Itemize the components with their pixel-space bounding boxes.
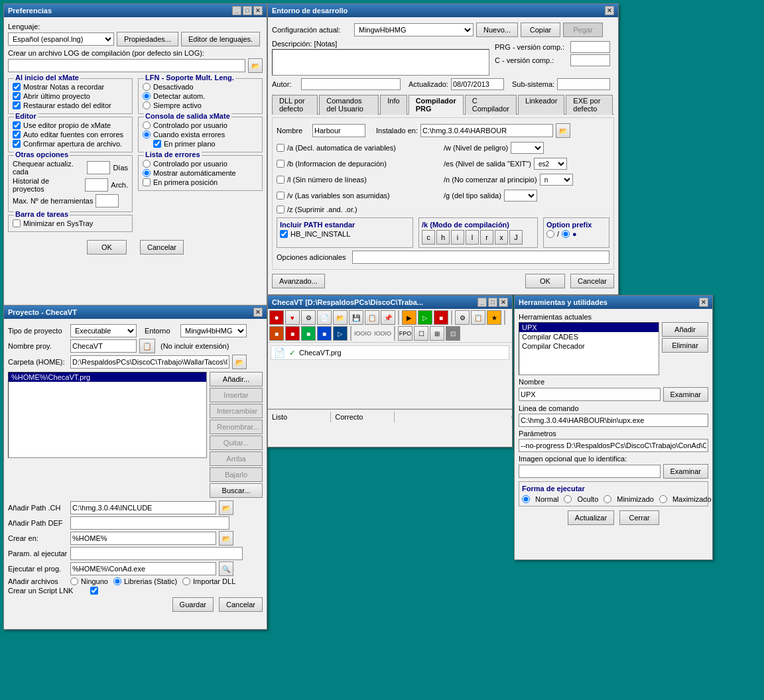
path-ch-input[interactable]	[70, 501, 216, 514]
nombre-proy-input[interactable]	[70, 339, 137, 353]
tool-folder[interactable]: 📂	[333, 310, 348, 325]
cerrar-btn[interactable]: Cerrar	[619, 510, 659, 525]
crear-en-browse-btn[interactable]: 📂	[219, 531, 233, 546]
use-editor-cb[interactable]	[13, 121, 21, 129]
siempre-radio[interactable]	[143, 101, 151, 109]
v-cb[interactable]	[277, 192, 285, 200]
proyecto-cancel-btn[interactable]: Cancelar	[219, 597, 263, 612]
n-select[interactable]: n	[540, 174, 573, 186]
file-list[interactable]: %HOME%\ChecaVT.prg	[8, 372, 207, 458]
tool-paste2[interactable]: 📌	[381, 310, 395, 325]
log-browse-btn[interactable]: 📂	[248, 58, 263, 73]
max-herr-input[interactable]: 10	[96, 194, 119, 207]
tool-5[interactable]: ■	[285, 326, 300, 341]
historial-input[interactable]: 20	[85, 178, 108, 192]
k-c-btn[interactable]: c	[422, 230, 435, 245]
minimizar-tray-cb[interactable]	[13, 219, 21, 227]
checa-min-btn[interactable]: _	[478, 298, 487, 307]
tool-file-new[interactable]: 📄	[317, 310, 332, 325]
path-ch-browse-btn[interactable]: 📂	[219, 500, 233, 515]
subsistema-input[interactable]	[557, 78, 610, 90]
tool-3[interactable]: ★	[487, 310, 501, 325]
importar-radio[interactable]	[182, 577, 190, 585]
herr-nombre-input[interactable]	[519, 388, 661, 401]
herr-item-upx[interactable]: UPX	[519, 323, 659, 332]
editor-lenguajes-btn[interactable]: Editor de lenguajes.	[181, 32, 260, 46]
c-version-input[interactable]	[570, 54, 610, 66]
librerias-radio[interactable]	[113, 577, 121, 585]
copiar-btn[interactable]: Copiar	[521, 23, 560, 37]
herr-eliminar-btn[interactable]: Eliminar	[662, 338, 708, 353]
herr-anadir-btn[interactable]: Añadir	[662, 322, 708, 337]
herr-list[interactable]: UPX Compilar CADES Compilar Checador	[519, 322, 659, 375]
avanzado-btn[interactable]: Avanzado...	[272, 274, 325, 288]
tool-stop[interactable]: ■	[434, 310, 448, 325]
tab-comandos[interactable]: Comandos del Usuario	[319, 95, 379, 115]
ninguno-radio[interactable]	[70, 577, 78, 585]
a-cb[interactable]	[277, 144, 285, 152]
controlado-radio[interactable]	[143, 121, 151, 129]
herr-examinar2-btn[interactable]: Examinar	[663, 464, 708, 479]
actualizado-input[interactable]	[451, 78, 504, 90]
confirmar-cb[interactable]	[13, 140, 21, 148]
tool-7[interactable]: ■	[317, 326, 332, 341]
detectar-radio[interactable]	[143, 92, 151, 100]
pegar-btn[interactable]: Pegar	[563, 23, 603, 37]
l-cb[interactable]	[277, 176, 285, 184]
tool-run[interactable]: ▷	[418, 310, 432, 325]
tool-gear[interactable]: ⚙	[301, 310, 316, 325]
maximizado-radio[interactable]	[659, 495, 667, 503]
herr-item-checador[interactable]: Compilar Checador	[519, 341, 659, 351]
carpeta-browse-btn[interactable]: 📂	[232, 355, 247, 369]
w-select[interactable]	[511, 142, 544, 154]
tool-x2[interactable]: ⊞	[430, 326, 444, 341]
desactivado-radio[interactable]	[143, 83, 151, 91]
primera-posicion-cb[interactable]	[143, 178, 151, 186]
instalado-browse-btn[interactable]: 📂	[556, 123, 570, 138]
tool-copy2[interactable]: 📋	[365, 310, 379, 325]
mostrar-auto-radio[interactable]	[143, 169, 151, 177]
log-input[interactable]	[8, 59, 245, 72]
nombre-browse-btn[interactable]: 📋	[139, 339, 155, 353]
nuevo-btn[interactable]: Nuevo...	[476, 23, 518, 37]
minimize-btn[interactable]: _	[232, 6, 241, 15]
herr-imagen-input[interactable]	[519, 465, 661, 478]
minimizado-radio[interactable]	[604, 495, 611, 503]
controlado2-radio[interactable]	[143, 160, 151, 168]
ejecutar-input[interactable]	[70, 562, 216, 575]
abrir-ultimo-cb[interactable]	[13, 92, 21, 100]
k-x-btn[interactable]: x	[495, 230, 508, 245]
entorno-select[interactable]: MingwHbHMG	[180, 324, 247, 337]
z-cb[interactable]	[277, 205, 285, 213]
primer-plano-cb[interactable]	[153, 140, 161, 148]
checa-max-btn[interactable]: □	[488, 298, 497, 307]
proyecto-close-btn[interactable]: ✕	[253, 308, 263, 317]
ejecutar-browse-btn[interactable]: 🔍	[219, 561, 233, 576]
tab-linkeador[interactable]: Linkeador	[518, 95, 564, 115]
param-input[interactable]	[70, 547, 243, 560]
propiedades-btn[interactable]: Propiedades...	[117, 32, 178, 46]
tab-exe[interactable]: EXE por defecto	[566, 95, 613, 115]
normal-radio[interactable]	[522, 495, 530, 503]
tool-red[interactable]: ●	[269, 310, 284, 325]
mostrar-notas-cb[interactable]	[13, 83, 21, 91]
nombre-comp-input[interactable]	[312, 124, 365, 137]
pref-cancel-btn[interactable]: Cancelar	[140, 240, 184, 255]
tool-fpo[interactable]: FPO	[398, 326, 413, 341]
k-h-btn[interactable]: h	[436, 230, 450, 245]
hb-inc-cb[interactable]	[280, 230, 288, 238]
script-lnk-cb[interactable]	[90, 587, 98, 595]
tool-2[interactable]: 📋	[471, 310, 485, 325]
checa-close-btn[interactable]: ✕	[499, 298, 508, 307]
tool-1[interactable]: ⚙	[455, 310, 470, 325]
herr-close-btn[interactable]: ✕	[699, 298, 708, 307]
herr-examinar1-btn[interactable]: Examinar	[663, 387, 708, 402]
entorno-ok-btn[interactable]: OK	[525, 274, 565, 288]
auto-editar-cb[interactable]	[13, 131, 21, 139]
herr-item-cades[interactable]: Compilar CADES	[519, 332, 659, 341]
entorno-close-btn[interactable]: ✕	[605, 6, 614, 15]
instalado-input[interactable]	[420, 124, 553, 137]
tool-heart[interactable]: ♥	[285, 310, 300, 325]
tool-save[interactable]: 💾	[349, 310, 363, 325]
k-i-btn[interactable]: i	[451, 230, 464, 245]
